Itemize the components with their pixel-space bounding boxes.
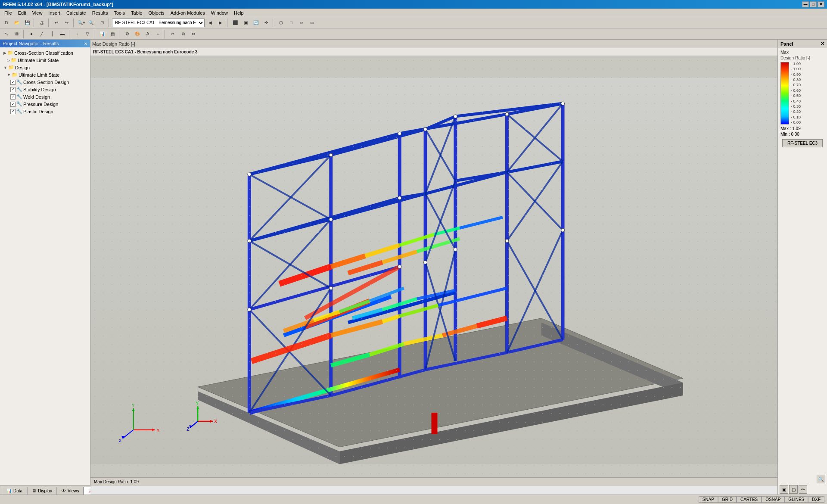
glines-btn[interactable]: GLINES [784,496,808,503]
settings-btn[interactable]: ⚙ [122,29,132,39]
menu-insert[interactable]: Insert [46,9,63,16]
snap-btn[interactable]: SNAP [699,496,718,503]
move-btn[interactable]: ✛ [261,18,271,28]
line-btn[interactable]: ╱ [37,29,47,39]
open-btn[interactable]: 📂 [12,18,22,28]
viewport[interactable]: Max Design Ratio [-] RF-STEEL EC3 CA1 - … [90,40,777,495]
csd-icon: 🔧 [16,79,22,85]
menu-window[interactable]: Window [208,9,230,16]
menu-objects[interactable]: Objects [146,9,167,16]
panel-icon-row: ▣ ▢ ✏ [778,484,827,495]
left-panel-header: Project Navigator - Results ✕ [0,40,90,47]
max-stat: Max : 1.09 [780,126,824,131]
tree-plastic[interactable]: 🔧 Plastic Design [0,108,90,115]
checkbox-weld[interactable] [10,94,16,100]
menu-edit[interactable]: Edit [16,9,29,16]
tree-uls-2[interactable]: ▼ 📁 Ultimate Limit State [0,71,90,78]
select-btn[interactable]: ↖ [2,29,11,39]
scale-0.70: - 0.70 [791,83,801,87]
grid-btn[interactable]: GRID [718,496,737,503]
tab-views[interactable]: 👁 Views [57,487,84,495]
undo-btn[interactable]: ↩ [52,18,61,28]
tree-weld[interactable]: 🔧 Weld Design [0,93,90,100]
tree-uls-1[interactable]: ▷ 📁 Ultimate Limit State [0,56,90,64]
checkbox-csd[interactable] [10,80,16,85]
tree-design[interactable]: ▼ 📁 Design [0,64,90,71]
panel-close[interactable]: ✕ [821,41,824,47]
load-btn[interactable]: ↓ [72,29,82,39]
checkbox-pressure[interactable] [10,102,16,107]
deselect-btn[interactable]: ⊠ [12,29,22,39]
side-btn[interactable]: ▱ [297,18,306,28]
result-btn[interactable]: 📊 [97,29,107,39]
viewport-status: Max Design Ratio: 1.09 [90,477,777,486]
redo-btn[interactable]: ↪ [62,18,72,28]
panel-close-btn[interactable]: ✕ [84,41,87,46]
osnap-btn[interactable]: OSNAP [762,496,784,503]
member-btn[interactable]: ┃ [47,29,57,39]
save-btn[interactable]: 💾 [22,18,32,28]
edit-icon-btn[interactable]: ✏ [799,485,807,494]
max-value: 1.09 [792,126,800,131]
wire-icon-btn[interactable]: ▢ [789,485,798,494]
menu-table[interactable]: Table [128,9,145,16]
mirror-btn[interactable]: ⇔ [189,29,198,39]
node-btn[interactable]: ● [27,29,36,39]
front-btn[interactable]: □ [286,18,296,28]
label-btn[interactable]: A [143,29,152,39]
support-btn[interactable]: ▽ [83,29,92,39]
min-label: Min : [780,132,790,137]
checkbox-plastic[interactable] [10,109,16,114]
new-btn[interactable]: 🗋 [2,18,11,28]
minimize-button[interactable]: — [802,1,809,7]
copy-btn[interactable]: ⧉ [178,29,188,39]
dim-btn[interactable]: ↔ [153,29,163,39]
rf-steel-btn[interactable]: RF-STEEL EC3 [782,139,823,147]
rotate-btn[interactable]: 🔄 [251,18,261,28]
checkbox-stability[interactable] [10,87,16,92]
menu-help[interactable]: Help [231,9,246,16]
tree-csd[interactable]: 🔧 Cross-Section Design [0,78,90,86]
folder-icon-4: 📁 [12,72,18,78]
render-btn[interactable]: ⬛ [230,18,240,28]
close-button[interactable]: ✕ [818,1,824,7]
tree-cross-section-classification[interactable]: ▶ 📁 Cross-Section Classification [0,49,90,56]
menu-tools[interactable]: Tools [111,9,127,16]
print-btn[interactable]: 🖨 [37,18,47,28]
color-scale: - 1.09 - 1.00 - 0.90 - 0.80 - 0.70 - 0.6… [780,62,824,124]
surface-icon-btn[interactable]: ▣ [780,485,788,494]
prev-case-btn[interactable]: ◀ [205,18,215,28]
title-bar-controls[interactable]: — □ ✕ [802,1,824,7]
maximize-button[interactable]: □ [810,1,817,7]
next-case-btn[interactable]: ▶ [216,18,225,28]
color-btn[interactable]: 🎨 [133,29,142,39]
menu-calculate[interactable]: Calculate [64,9,89,16]
scale-0.90: - 0.90 [791,73,801,77]
wire-btn[interactable]: ▣ [241,18,250,28]
iso-btn[interactable]: ⬡ [276,18,286,28]
table-btn[interactable]: ▤ [108,29,117,39]
dxf-btn[interactable]: DXF [808,496,824,503]
tab-data[interactable]: 📊 Data [2,487,27,495]
tab-display[interactable]: 🖥 Display [27,487,57,495]
case-dropdown[interactable]: RF-STEEL EC3 CA1 - Bemessung nach E [112,19,205,27]
menu-results[interactable]: Results [90,9,111,16]
menu-file[interactable]: File [2,9,15,16]
menu-view[interactable]: View [30,9,45,16]
surface-btn[interactable]: ▬ [58,29,67,39]
tree-label-pressure: Pressure Design [23,102,58,107]
canvas-area[interactable]: X Y Z X Y Z [90,56,777,486]
expand-icon-4: ▼ [7,73,11,77]
legend-title: Max [780,50,824,55]
scale-0.50: - 0.50 [791,94,801,98]
menu-addon[interactable]: Add-on Modules [168,9,208,16]
tree-stability[interactable]: 🔧 Stability Design [0,86,90,93]
zoom-panel-btn[interactable]: 🔍 [817,475,825,483]
cartes-btn[interactable]: CARTES [737,496,762,503]
zoom-in-btn[interactable]: 🔍+ [77,18,86,28]
cut-btn[interactable]: ✂ [168,29,177,39]
tree-pressure[interactable]: 🔧 Pressure Design [0,100,90,108]
top-btn[interactable]: ▭ [307,18,317,28]
zoom-out-btn[interactable]: 🔍- [87,18,96,28]
zoom-all-btn[interactable]: ⊡ [97,18,107,28]
